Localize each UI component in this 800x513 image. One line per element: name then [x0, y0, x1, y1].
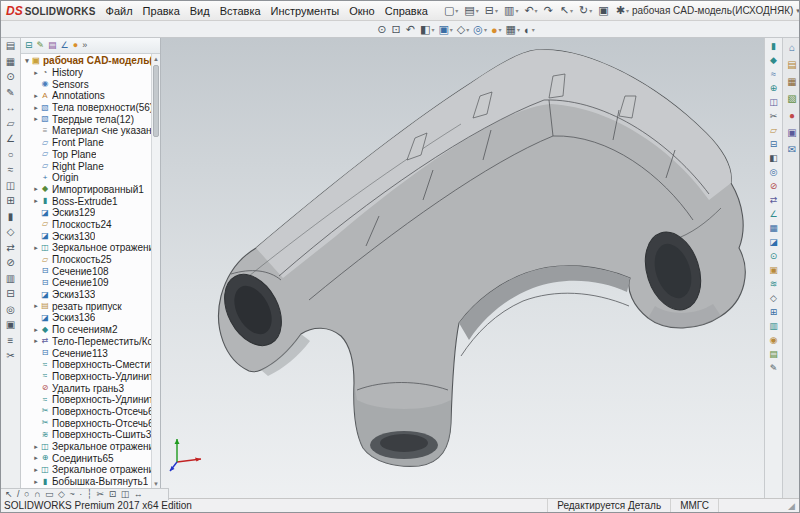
- convert-entities-icon[interactable]: ⊡: [109, 490, 117, 499]
- revolve-icon[interactable]: ⊙: [770, 252, 778, 261]
- tree-item[interactable]: ▸ ⊕ Соединить65: [23, 452, 151, 464]
- grid-icon[interactable]: ⊞: [6, 196, 14, 206]
- menu-item[interactable]: Правка: [138, 3, 185, 19]
- cube-icon[interactable]: ▣: [6, 320, 15, 330]
- tree-item[interactable]: ◪ Эскиз136: [23, 312, 151, 324]
- units-status[interactable]: ММГС: [670, 499, 718, 512]
- document-icon[interactable]: ▤: [6, 41, 15, 51]
- hide-show-icon[interactable]: ◎: [770, 168, 778, 177]
- tree-item[interactable]: ▱ Top Plane: [23, 149, 151, 161]
- folder-icon[interactable]: ▦: [6, 57, 15, 67]
- tree-item[interactable]: ≋ Поверхность-Сшить37: [23, 429, 151, 441]
- mirror-icon[interactable]: ◫: [769, 98, 778, 107]
- extrude-icon[interactable]: ▮: [8, 212, 14, 222]
- fillet-icon[interactable]: ▣: [769, 266, 778, 275]
- view-settings-icon[interactable]: ◐▾: [524, 24, 535, 36]
- expand-arrow-icon[interactable]: ▸: [32, 466, 40, 474]
- tree-item[interactable]: ▸ ◫ Зеркальное отражение23: [23, 242, 151, 254]
- print-icon[interactable]: ▥: [6, 274, 15, 284]
- expand-arrow-icon[interactable]: ▸: [32, 69, 40, 77]
- menu-item[interactable]: Вид: [185, 3, 215, 19]
- tree-item[interactable]: ▸ ◫ Зеркальное отражение24: [23, 441, 151, 453]
- angle-icon[interactable]: ∠: [6, 134, 15, 144]
- expand-arrow-icon[interactable]: ▸: [32, 115, 40, 123]
- view-palette-tab[interactable]: ▧: [787, 94, 796, 104]
- save-icon[interactable]: ⊟: [6, 289, 14, 299]
- tree-item[interactable]: ⊘ Удалить грань3: [23, 382, 151, 394]
- convert-icon[interactable]: ⊞: [770, 308, 778, 317]
- menu-item[interactable]: Файл: [101, 3, 138, 19]
- expand-arrow-icon[interactable]: ▸: [32, 244, 40, 252]
- tree-item[interactable]: ▱ Right Plane: [23, 160, 151, 172]
- forum-tab[interactable]: ✉: [788, 145, 796, 155]
- design-library-tab[interactable]: ▤: [787, 60, 796, 70]
- featuremanager-tab[interactable]: ⊟: [25, 41, 33, 50]
- move-icon[interactable]: ⇄: [6, 243, 14, 253]
- tree-item[interactable]: ▱ Плоскость24: [23, 219, 151, 231]
- zoom-fit-icon[interactable]: ⊙: [377, 23, 387, 36]
- lofted-boss-icon[interactable]: ◆: [770, 56, 777, 65]
- knit-surface-icon[interactable]: ≋: [770, 280, 778, 289]
- rebuild-icon[interactable]: ↻▾: [576, 3, 595, 19]
- tree-item[interactable]: ▸ ▮ Boss-Extrude1: [23, 195, 151, 207]
- tree-item[interactable]: + Origin: [23, 172, 151, 184]
- trim-icon[interactable]: ✂: [6, 351, 14, 361]
- plane-icon[interactable]: ▱: [7, 119, 15, 129]
- zoom-icon[interactable]: ⊙: [6, 72, 14, 82]
- trim-tool-icon[interactable]: ✂: [97, 490, 105, 499]
- list-icon[interactable]: ≡: [8, 336, 14, 346]
- tree-item[interactable]: ◪ Эскиз130: [23, 230, 151, 242]
- expand-arrow-icon[interactable]: ▸: [32, 197, 40, 205]
- redo-icon[interactable]: ↷: [541, 3, 557, 19]
- expand-arrow-icon[interactable]: ▸: [32, 326, 40, 334]
- scrollbar-thumb[interactable]: [153, 65, 159, 137]
- mirror-icon[interactable]: ◫: [6, 181, 15, 191]
- mirror-entities-icon[interactable]: ◫: [121, 490, 130, 499]
- dome-icon[interactable]: ◉: [770, 336, 778, 345]
- tree-item[interactable]: ≈ Поверхность-Удлинить116: [23, 394, 151, 406]
- spline-tool-icon[interactable]: ~: [69, 490, 74, 499]
- displaymanager-tab[interactable]: ●: [73, 41, 78, 50]
- trim-surface-icon[interactable]: ✂: [770, 112, 778, 121]
- tree-item[interactable]: ◪ Эскиз129: [23, 207, 151, 219]
- thicken-icon[interactable]: ▥: [769, 322, 778, 331]
- print-icon[interactable]: ▥▾: [501, 3, 521, 19]
- tree-item[interactable]: ◪ Эскиз133: [23, 289, 151, 301]
- tree-item[interactable]: ⊟ Сечение108: [23, 265, 151, 277]
- display-style-icon[interactable]: ◇▾: [457, 23, 469, 36]
- tree-item[interactable]: ▾ ▣ рабочая CAD-модель(ИСХОДНЯ: [23, 55, 151, 67]
- tree-item[interactable]: ▸ ▤ резать припуск: [23, 300, 151, 312]
- graphics-area[interactable]: [161, 38, 764, 500]
- scroll-down-icon[interactable]: ▼: [152, 479, 160, 488]
- rectangle-tool-icon[interactable]: ▭: [45, 490, 54, 499]
- tree-item[interactable]: ≈ Поверхность-Сместить106: [23, 359, 151, 371]
- apply-scene-icon[interactable]: ▦▾: [506, 23, 520, 36]
- select-tool-icon[interactable]: ↖: [5, 490, 13, 499]
- menu-item[interactable]: Инструменты: [266, 3, 345, 19]
- library-icon[interactable]: ▤: [769, 350, 778, 359]
- tree-item[interactable]: ⊟ Сечение109: [23, 277, 151, 289]
- point-tool-icon[interactable]: ·: [79, 490, 82, 499]
- document-title-dropdown-icon[interactable]: ▾: [796, 7, 800, 15]
- surface-icon[interactable]: ≈: [8, 165, 14, 175]
- cad-model-3d-view[interactable]: [161, 38, 764, 500]
- save-icon[interactable]: ⊟▾: [482, 3, 501, 19]
- menu-item[interactable]: Вставка: [215, 3, 266, 19]
- tree-item[interactable]: ✂ Поверхность-Отсечь67: [23, 417, 151, 429]
- section-icon[interactable]: ◧: [769, 154, 778, 163]
- tab-overflow-chevron-icon[interactable]: »: [82, 41, 87, 50]
- shell-icon[interactable]: ◇: [770, 294, 777, 303]
- target-icon[interactable]: ◎: [6, 305, 15, 315]
- tree-scrollbar[interactable]: ▲ ▼: [151, 54, 160, 488]
- select-icon[interactable]: ↖▾: [557, 3, 576, 19]
- expand-arrow-icon[interactable]: ▸: [32, 92, 40, 100]
- configurationmanager-tab[interactable]: ▤: [48, 41, 57, 50]
- dimxpertmanager-tab[interactable]: ∠: [61, 41, 69, 50]
- polygon-tool-icon[interactable]: ◇: [58, 490, 65, 499]
- tree-item[interactable]: ▸ ▧ Твердые тела(12): [23, 113, 151, 125]
- expand-arrow-icon[interactable]: ▸: [32, 104, 40, 112]
- options-icon[interactable]: ✱▾: [613, 3, 632, 19]
- delete-face-icon[interactable]: ⊘: [6, 258, 14, 268]
- zoom-area-icon[interactable]: ⊡: [392, 23, 402, 36]
- spline-icon[interactable]: ✎: [770, 364, 778, 373]
